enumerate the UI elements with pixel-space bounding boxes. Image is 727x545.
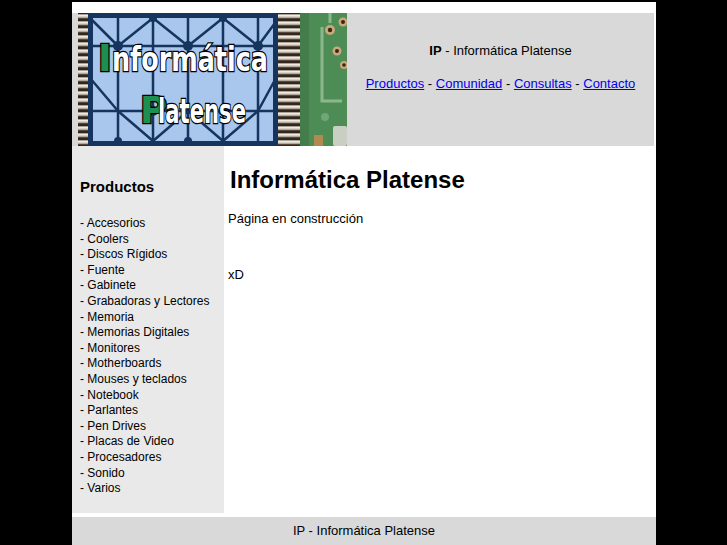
sidebar-item-monitores[interactable]: - Monitores (80, 341, 216, 357)
nav-separator: - (424, 76, 436, 91)
sidebar-item-label: Parlantes (87, 403, 138, 417)
emoticon-text: xD (228, 267, 656, 283)
sidebar-item-label: Pen Drives (87, 419, 146, 433)
sidebar-item-label: Coolers (87, 232, 128, 246)
sidebar-item-accesorios[interactable]: - Accesorios (80, 216, 216, 232)
sidebar-item-mouses-y-teclados[interactable]: - Mouses y teclados (80, 372, 216, 388)
logo-text-line2: latense (158, 92, 246, 131)
nav-link-comunidad[interactable]: Comunidad (436, 76, 503, 91)
sidebar-item-sonido[interactable]: - Sonido (80, 466, 216, 482)
sidebar-item-label: Sonido (87, 466, 124, 480)
nav-link-productos[interactable]: Productos (366, 76, 425, 91)
sidebar-item-label: Notebook (87, 388, 138, 402)
nav-separator: - (572, 76, 584, 91)
header: I nformática P latense IP - Informática … (72, 13, 654, 146)
sidebar-item-notebook[interactable]: - Notebook (80, 388, 216, 404)
sidebar-item-label: Motherboards (87, 356, 161, 370)
logo-text-line1: nformática (112, 40, 268, 79)
sidebar-item-varios[interactable]: - Varios (80, 481, 216, 497)
site-title-abbrev: IP (429, 43, 441, 58)
sidebar-item-label: Grabadoras y Lectores (87, 294, 209, 308)
sidebar-item-label: Fuente (87, 263, 124, 277)
site-title: IP - Informática Platense (347, 43, 654, 58)
header-right: IP - Informática Platense Productos - Co… (347, 13, 654, 146)
chip-pins-left (78, 13, 88, 146)
page: I nformática P latense IP - Informática … (72, 2, 656, 545)
sidebar-item-label: Monitores (87, 341, 140, 355)
sidebar-item-gabinete[interactable]: - Gabinete (80, 278, 216, 294)
page-title: Informática Platense (230, 165, 656, 194)
sidebar-item-label: Gabinete (87, 278, 136, 292)
sidebar-item-memoria[interactable]: - Memoria (80, 310, 216, 326)
footer-text: IP - Informática Platense (293, 523, 435, 538)
content: Productos - Accesorios - Coolers - Disco… (72, 146, 656, 517)
sidebar-item-label: Procesadores (87, 450, 161, 464)
main-content: Informática Platense Página en construcc… (224, 146, 656, 283)
sidebar-list: - Accesorios - Coolers - Discos Rígidos … (80, 216, 216, 497)
sidebar-item-label: Accesorios (87, 216, 146, 230)
sidebar-item-placas-de-video[interactable]: - Placas de Video (80, 434, 216, 450)
sidebar-item-memorias-digitales[interactable]: - Memorias Digitales (80, 325, 216, 341)
pcb-fragment (300, 13, 347, 146)
sidebar-item-coolers[interactable]: - Coolers (80, 232, 216, 248)
sidebar-item-label: Varios (87, 481, 120, 495)
nav-link-consultas[interactable]: Consultas (514, 76, 572, 91)
footer: IP - Informática Platense (72, 517, 656, 545)
sidebar-heading: Productos (80, 178, 216, 196)
construction-text: Página en construcción (228, 211, 656, 227)
sidebar-item-label: Placas de Video (87, 434, 174, 448)
sidebar-item-motherboards[interactable]: - Motherboards (80, 356, 216, 372)
item-dash: - (80, 216, 87, 230)
sidebar-item-label: Discos Rígidos (87, 247, 167, 261)
logo-initial-i: I (98, 37, 112, 80)
nav-separator: - (502, 76, 514, 91)
main-nav: Productos - Comunidad - Consultas - Cont… (347, 76, 654, 92)
sidebar-item-procesadores[interactable]: - Procesadores (80, 450, 216, 466)
sidebar-item-label: Memoria (87, 310, 134, 324)
sidebar-item-grabadoras-y-lectores[interactable]: - Grabadoras y Lectores (80, 294, 216, 310)
sidebar-item-pen-drives[interactable]: - Pen Drives (80, 419, 216, 435)
sidebar-item-label: Memorias Digitales (87, 325, 189, 339)
sidebar-item-discos-rigidos[interactable]: - Discos Rígidos (80, 247, 216, 263)
site-title-rest: - Informática Platense (442, 43, 572, 58)
chip-pins-middle (278, 13, 300, 146)
sidebar: Productos - Accesorios - Coolers - Disco… (72, 146, 224, 513)
top-strip (72, 2, 656, 13)
sidebar-item-fuente[interactable]: - Fuente (80, 263, 216, 279)
logo-image: I nformática P latense (78, 13, 347, 146)
sidebar-item-parlantes[interactable]: - Parlantes (80, 403, 216, 419)
site-logo: I nformática P latense (72, 13, 347, 146)
sidebar-item-label: Mouses y teclados (87, 372, 186, 386)
nav-link-contacto[interactable]: Contacto (583, 76, 635, 91)
